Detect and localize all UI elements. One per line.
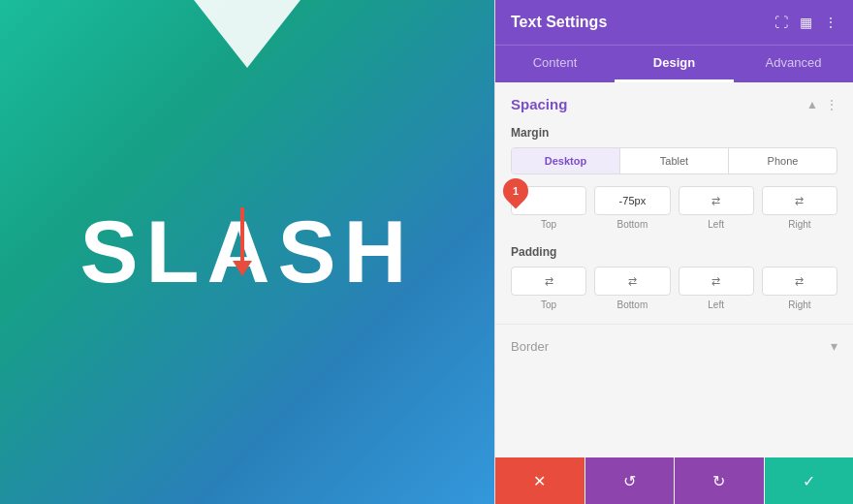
confirm-button[interactable]: ✓ [765, 457, 854, 504]
spacing-controls: ▲ ⋮ [806, 98, 837, 111]
redo-button[interactable]: ↻ [675, 457, 764, 504]
margin-right-label: Right [788, 219, 810, 230]
badge-pointer: 1 [503, 178, 528, 204]
margin-left-input[interactable] [679, 186, 754, 215]
margin-right-input[interactable] [762, 186, 837, 215]
border-header: Border ▾ [511, 338, 837, 354]
padding-left-input[interactable] [679, 267, 754, 296]
panel-title: Text Settings [511, 14, 607, 31]
columns-icon[interactable]: ▦ [800, 15, 812, 30]
collapse-icon[interactable]: ▲ [806, 98, 818, 111]
margin-left-group: Left [679, 186, 754, 230]
tab-content[interactable]: Content [495, 46, 615, 82]
undo-button[interactable]: ↺ [585, 457, 675, 504]
padding-left-label: Left [708, 299, 724, 310]
device-tab-tablet[interactable]: Tablet [620, 148, 729, 173]
right-panel: Text Settings ⛶ ▦ ⋮ Content Design Advan… [494, 0, 853, 504]
triangle-decoration [194, 0, 300, 68]
margin-top-group: 1 Top [511, 186, 586, 230]
padding-right-group: Right [762, 267, 837, 310]
chevron-down-icon[interactable]: ▾ [831, 338, 837, 354]
letter-h: H [344, 203, 415, 302]
padding-top-group: Top [511, 267, 586, 310]
margin-bottom-label: Bottom [617, 219, 648, 230]
header-icons: ⛶ ▦ ⋮ [774, 15, 837, 30]
expand-icon[interactable]: ⛶ [774, 15, 788, 30]
margin-bottom-group: Bottom [594, 186, 670, 230]
padding-inputs: Top Bottom Left Right [511, 267, 837, 310]
more-icon[interactable]: ⋮ [824, 15, 837, 30]
left-panel: S L A S H [0, 0, 494, 504]
tab-design[interactable]: Design [615, 46, 734, 82]
padding-top-label: Top [541, 299, 556, 310]
letter-s2: S [277, 203, 343, 302]
margin-top-label: Top [541, 219, 556, 230]
border-title: Border [511, 339, 549, 354]
margin-container: Margin Desktop Tablet Phone 1 [511, 126, 837, 230]
letter-s: S [79, 203, 145, 302]
spacing-title: Spacing [511, 96, 567, 112]
padding-bottom-input[interactable] [594, 267, 670, 296]
padding-label: Padding [511, 245, 837, 259]
cancel-button[interactable]: ✕ [495, 457, 584, 504]
settings-icon[interactable]: ⋮ [826, 98, 837, 111]
arrow-head [233, 261, 252, 276]
spacing-header: Spacing ▲ ⋮ [511, 96, 837, 112]
margin-inputs: 1 Top Bottom [511, 186, 837, 230]
panel-content: Spacing ▲ ⋮ Margin Desktop Tablet Phone [495, 82, 853, 457]
tab-advanced[interactable]: Advanced [734, 46, 853, 82]
letter-a: A [206, 203, 277, 302]
settings-tabs: Content Design Advanced [495, 45, 853, 82]
padding-right-input[interactable] [762, 267, 837, 296]
device-tab-phone[interactable]: Phone [729, 148, 837, 173]
padding-top-input[interactable] [511, 267, 586, 296]
padding-container: Padding Top Bottom Left [511, 245, 837, 310]
padding-right-label: Right [788, 299, 810, 310]
badge-number: 1 [513, 185, 519, 197]
margin-bottom-input[interactable] [594, 186, 670, 215]
spacing-section: Spacing ▲ ⋮ Margin Desktop Tablet Phone [495, 82, 853, 325]
padding-left-group: Left [679, 267, 754, 310]
arrow-decoration [233, 207, 252, 276]
letter-l: L [146, 203, 207, 302]
arrow-line [240, 207, 244, 261]
slash-logo: S L A S H [79, 203, 414, 302]
panel-footer: ✕ ↺ ↻ ✓ [495, 457, 853, 504]
padding-bottom-label: Bottom [617, 299, 648, 310]
device-tab-desktop[interactable]: Desktop [512, 148, 620, 173]
border-section: Border ▾ [495, 325, 853, 367]
padding-bottom-group: Bottom [594, 267, 670, 310]
device-tabs: Desktop Tablet Phone [511, 147, 837, 174]
margin-top-input-wrapper: 1 [511, 186, 586, 215]
panel-header: Text Settings ⛶ ▦ ⋮ [495, 0, 853, 45]
margin-left-label: Left [708, 219, 724, 230]
badge-shape: 1 [498, 173, 534, 209]
margin-right-group: Right [762, 186, 837, 230]
margin-label: Margin [511, 126, 837, 140]
